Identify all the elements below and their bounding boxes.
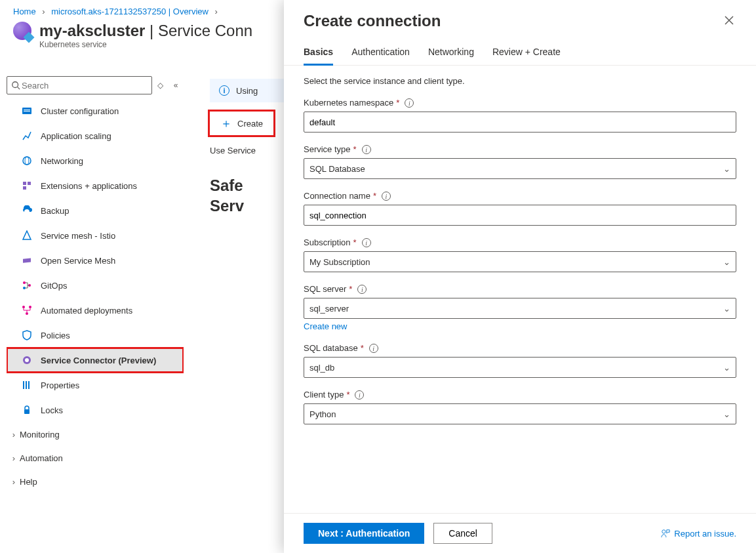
sidebar-item-label: Policies	[41, 331, 70, 340]
resource-icon	[13, 22, 31, 40]
info-icon[interactable]: i	[382, 192, 391, 201]
svg-point-6	[25, 157, 29, 165]
page-title-suffix: | Service Conn	[145, 22, 252, 39]
svg-point-5	[23, 157, 31, 165]
info-icon[interactable]: i	[357, 285, 367, 294]
chevron-down-icon: ⌄	[723, 304, 730, 314]
field-namespace: Kubernetes namespace * i	[304, 98, 736, 133]
svg-point-16	[26, 312, 28, 315]
info-icon[interactable]: i	[405, 98, 414, 108]
svg-rect-22	[24, 409, 30, 414]
select-value: Python	[309, 409, 336, 419]
heading-line-1: Safe	[210, 176, 243, 194]
field-service-type: Service type * i SQL Database ⌄	[304, 144, 736, 179]
breadcrumb-separator: ›	[42, 7, 45, 16]
sidebar-item-extensions[interactable]: Extensions + applications	[7, 173, 184, 198]
chevron-right-icon: ›	[8, 430, 20, 440]
tab-basics[interactable]: Basics	[304, 47, 333, 66]
create-button-highlight: ＋ Create	[210, 112, 273, 135]
sidebar-item-label: Locks	[41, 405, 63, 415]
close-button[interactable]	[722, 12, 736, 31]
report-link-label: Report an issue.	[674, 529, 736, 539]
field-label: SQL server * i	[304, 284, 736, 294]
tab-networking[interactable]: Networking	[428, 47, 474, 65]
tab-review-create[interactable]: Review + Create	[492, 47, 561, 65]
search-input[interactable]	[20, 80, 148, 91]
chevron-right-icon: ›	[8, 477, 20, 487]
mesh-istio-icon	[21, 230, 33, 241]
select-value: sql_db	[309, 363, 334, 373]
heading-line-2: Serv	[210, 197, 244, 215]
create-button[interactable]: ＋ Create	[210, 112, 273, 135]
sidebar-item-label: Backup	[41, 206, 69, 216]
svg-point-0	[12, 82, 18, 88]
networking-icon	[21, 155, 33, 167]
blade-body: Select the service instance and client t…	[284, 66, 756, 513]
create-new-link[interactable]: Create new	[304, 321, 347, 331]
chevron-down-icon: ⌄	[723, 164, 730, 174]
sidebar-group-automation[interactable]: › Automation	[7, 446, 184, 470]
close-icon	[725, 16, 734, 25]
properties-icon	[21, 379, 33, 391]
breadcrumb-subscription[interactable]: microsoft.aks-1721132537250 | Overview	[51, 7, 209, 16]
field-label: Service type * i	[304, 144, 736, 154]
sidebar-nav: Cluster configuration Application scalin…	[7, 98, 184, 544]
client-type-select[interactable]: Python ⌄	[304, 403, 736, 424]
svg-line-1	[18, 87, 20, 90]
sidebar-item-networking[interactable]: Networking	[7, 148, 184, 173]
sidebar-item-backup[interactable]: Backup	[7, 198, 184, 223]
report-issue-link[interactable]: Report an issue.	[661, 529, 736, 539]
subscription-select[interactable]: My Subscription ⌄	[304, 251, 736, 272]
svg-rect-4	[24, 111, 30, 112]
svg-rect-10	[23, 258, 31, 263]
sidebar-item-cluster-config[interactable]: Cluster configuration	[7, 98, 184, 123]
info-icon[interactable]: i	[362, 238, 371, 247]
sidebar-item-gitops[interactable]: GitOps	[7, 273, 184, 298]
sidebar-group-monitoring[interactable]: › Monitoring	[7, 422, 184, 446]
chevron-down-icon: ⌄	[723, 363, 730, 373]
tab-authentication[interactable]: Authentication	[351, 47, 410, 65]
sidebar-item-open-mesh[interactable]: Open Service Mesh	[7, 248, 184, 273]
svg-point-15	[29, 306, 31, 308]
expand-collapse-icon[interactable]: ◇	[152, 81, 168, 90]
cancel-button[interactable]: Cancel	[433, 523, 492, 544]
svg-rect-8	[28, 182, 31, 185]
sidebar-item-service-connector[interactable]: Service Connector (Preview)	[7, 348, 184, 373]
sidebar-group-help[interactable]: › Help	[7, 470, 184, 493]
sql-server-select[interactable]: sql_server ⌄	[304, 298, 736, 319]
sidebar-item-scaling[interactable]: Application scaling	[7, 123, 184, 148]
info-icon[interactable]: i	[362, 145, 371, 154]
sidebar-item-istio[interactable]: Service mesh - Istio	[7, 223, 184, 248]
sidebar-item-locks[interactable]: Locks	[7, 398, 184, 422]
field-sql-server: SQL server * i sql_server ⌄ Create new	[304, 284, 736, 331]
sidebar-item-deployments[interactable]: Automated deployments	[7, 298, 184, 323]
label-text: SQL server	[304, 284, 346, 294]
info-icon[interactable]: i	[355, 390, 364, 399]
select-value: sql_server	[309, 304, 349, 314]
service-type-select[interactable]: SQL Database ⌄	[304, 158, 736, 179]
label-text: Client type	[304, 390, 344, 399]
breadcrumb-home[interactable]: Home	[13, 7, 36, 16]
sidebar-item-policies[interactable]: Policies	[7, 323, 184, 348]
field-subscription: Subscription * i My Subscription ⌄	[304, 237, 736, 272]
sidebar-item-label: Open Service Mesh	[41, 256, 115, 266]
namespace-input[interactable]	[304, 112, 736, 133]
collapse-sidebar-icon[interactable]: «	[168, 81, 184, 90]
sidebar-group-label: Automation	[20, 453, 63, 463]
svg-point-12	[23, 287, 26, 289]
next-button[interactable]: Next : Authentication	[304, 523, 424, 544]
field-connection-name: Connection name * i	[304, 191, 736, 226]
info-icon: i	[219, 85, 229, 96]
connection-name-input[interactable]	[304, 205, 736, 226]
svg-point-14	[22, 306, 25, 308]
label-text: Subscription	[304, 237, 351, 247]
search-box[interactable]	[7, 76, 152, 94]
select-value: SQL Database	[309, 164, 365, 174]
sidebar-item-properties[interactable]: Properties	[7, 373, 184, 398]
svg-rect-9	[23, 186, 26, 190]
chevron-right-icon: ›	[8, 453, 20, 463]
sql-database-select[interactable]: sql_db ⌄	[304, 357, 736, 378]
required-marker: *	[396, 98, 399, 108]
info-icon[interactable]: i	[369, 344, 378, 353]
svg-point-11	[23, 281, 26, 284]
